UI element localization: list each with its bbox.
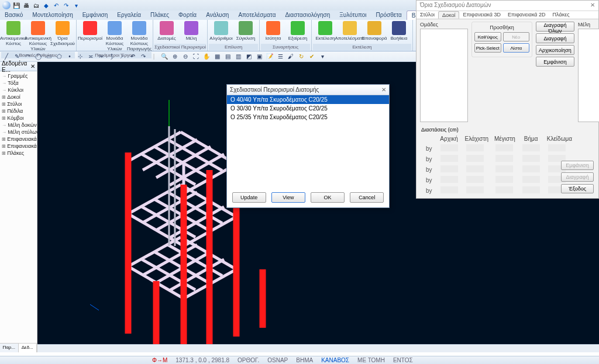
dims-cell[interactable] xyxy=(522,186,540,193)
dims-cell[interactable] xyxy=(440,165,458,172)
ribbon-button[interactable]: Μονάδα Κόστους Παραγωγής xyxy=(127,20,152,52)
tree-node[interactable]: Κόμβοι xyxy=(2,115,35,122)
dialog-list-item[interactable]: O 30/30 Υπ/τα Σκυροδέματος C20/25 xyxy=(227,104,389,113)
side-footer-button[interactable]: Διαγραφή xyxy=(561,172,594,182)
side-action-button[interactable]: Αρχικοποίηση xyxy=(536,45,574,55)
ribbon-button[interactable]: Διατομές xyxy=(154,20,179,44)
ribbon-button[interactable]: Αντικειμενικό Κόστος xyxy=(1,20,26,52)
tool-note-icon[interactable]: 📝 xyxy=(265,53,274,61)
dims-cell[interactable] xyxy=(522,144,540,151)
ribbon-tab[interactable]: Πρόσθετα xyxy=(371,11,407,20)
tree-node[interactable]: Στύλοι xyxy=(2,100,35,108)
tool-check-icon[interactable]: ✔ xyxy=(307,53,316,61)
tree-node[interactable]: Κύκλοι xyxy=(2,86,35,93)
dims-cell[interactable] xyxy=(440,186,458,193)
kath-button[interactable]: Καθ'ύψος xyxy=(474,32,501,41)
tool-cut-icon[interactable]: ✂ xyxy=(97,53,106,61)
tree-node[interactable]: Επιφανειακά xyxy=(2,143,35,150)
side-action-button[interactable]: Εμφάνιση xyxy=(536,57,574,67)
members-listbox[interactable] xyxy=(578,29,599,122)
dims-cell[interactable] xyxy=(495,176,513,183)
dialog-list[interactable]: O 40/40 Υπ/τα Σκυροδέματος C20/25O 30/30… xyxy=(227,95,389,189)
dialog-close-icon[interactable]: ✕ xyxy=(381,86,386,93)
status-item[interactable]: OSNAP xyxy=(267,357,288,363)
dialog-list-item[interactable]: O 25/35 Υπ/τα Σκυροδέματος C20/25 xyxy=(227,113,389,122)
ribbon-button[interactable]: Αντικειμενική Κόστους Υλικών xyxy=(26,20,50,52)
status-item[interactable]: ΕΝΤΟΣ xyxy=(393,357,413,363)
dialog-list-item[interactable]: O 40/40 Υπ/τα Σκυροδέματος C20/25 xyxy=(227,95,389,104)
ribbon-button[interactable]: Σύγκλιση xyxy=(233,20,258,44)
redo-icon[interactable]: ↷ xyxy=(62,1,70,9)
ribbon-tab[interactable]: Διαστασιολόγηση xyxy=(280,11,335,20)
tool-dot-icon[interactable]: • xyxy=(65,53,74,61)
dims-cell[interactable] xyxy=(440,155,458,162)
ribbon-button[interactable]: Ισότητα xyxy=(261,20,285,44)
ribbon-button[interactable]: Αλγόριθμοι xyxy=(209,20,233,44)
side-action-button[interactable]: Διαγραφή Όλων xyxy=(536,22,574,32)
side-dialog-close-icon[interactable]: ✕ xyxy=(590,2,595,9)
dims-cell[interactable] xyxy=(495,144,513,151)
tool-circle-icon[interactable]: ◯ xyxy=(33,53,43,61)
viewport-hscroll[interactable] xyxy=(37,344,599,352)
ribbon-button[interactable]: Μέλη xyxy=(179,20,204,44)
tool-break-icon[interactable]: ≍ xyxy=(86,53,95,61)
ribbon-tab[interactable]: Βασικό xyxy=(0,11,27,20)
dims-cell[interactable] xyxy=(522,165,540,172)
dims-cell[interactable] xyxy=(466,176,484,183)
ribbon-button[interactable]: Επαναφορά xyxy=(362,20,387,44)
tree-node[interactable]: Μέλη δοκών xyxy=(2,122,35,129)
dims-cell[interactable] xyxy=(495,186,513,193)
side-panel-close-icon[interactable]: ✕ xyxy=(30,63,35,70)
tool-zoomout-icon[interactable]: ⊖ xyxy=(181,53,190,61)
dropdown-icon[interactable]: ▾ xyxy=(72,1,80,9)
tool-polyline-icon[interactable]: ✎ xyxy=(12,53,22,61)
list-button[interactable]: Λίστα xyxy=(503,43,530,53)
dims-cell[interactable] xyxy=(495,165,513,172)
dims-cell[interactable] xyxy=(466,165,484,172)
ribbon-button[interactable]: Μονάδα Κόστους Υλικών xyxy=(102,20,127,52)
ribbon-tab[interactable]: Μοντελοποίηση xyxy=(27,11,77,20)
undo-icon[interactable]: ↶ xyxy=(52,1,60,9)
ribbon-button[interactable]: Περιορισμοί xyxy=(78,20,102,52)
dims-cell[interactable] xyxy=(548,144,566,151)
tree-node[interactable]: Γραμμές xyxy=(2,72,35,79)
side-dialog-tab[interactable]: Επιφανειακά 3D xyxy=(459,11,504,19)
tool-front-icon[interactable]: ▦ xyxy=(212,53,222,61)
ribbon-tab[interactable]: Αποτελέσματα xyxy=(233,11,280,20)
tool-iso-icon[interactable]: ◩ xyxy=(244,53,253,61)
tree-node[interactable]: Πλάκες xyxy=(2,150,35,157)
status-item[interactable]: ΜΕ ΤΟΜΗ xyxy=(357,357,385,363)
tool-zoomin-icon[interactable]: ⊕ xyxy=(170,53,180,61)
dims-cell[interactable] xyxy=(466,155,484,162)
ok-button[interactable]: OK xyxy=(311,192,345,203)
cancel-button[interactable]: Cancel xyxy=(350,192,384,203)
tree-node[interactable]: Τόξα xyxy=(2,79,35,86)
tool-layers-icon[interactable]: ☰ xyxy=(276,53,285,61)
ribbon-button[interactable]: Εκτέλεση xyxy=(313,20,338,44)
ribbon-button[interactable]: Αποτελέσματα xyxy=(338,20,362,44)
ribbon-tab[interactable]: Πλάκες xyxy=(146,11,174,20)
dims-cell[interactable] xyxy=(466,144,484,151)
pick-select-button[interactable]: Pick-Select xyxy=(474,43,501,53)
app-orb-icon[interactable] xyxy=(2,1,11,9)
ribbon-tab[interactable]: Ξυλότυποι xyxy=(335,11,371,20)
ribbon-tab[interactable]: Ανάλυση xyxy=(201,11,233,20)
ribbon-button[interactable]: Όρια Σχεδιασμού xyxy=(50,20,75,52)
tool-side-icon[interactable]: ▤ xyxy=(223,53,232,61)
tree-node[interactable]: Δοκοί xyxy=(2,93,35,100)
tool-pan-icon[interactable]: ✋ xyxy=(202,53,211,61)
side-action-button[interactable]: Διαγραφή xyxy=(536,33,574,43)
status-item[interactable]: ΒΗΜΑ xyxy=(296,357,313,363)
ribbon-button[interactable]: Βοήθεια xyxy=(387,20,411,44)
side-footer-button[interactable]: Εμφάνιση xyxy=(561,161,594,170)
tool-down-icon[interactable]: ▾ xyxy=(318,53,327,61)
tool-trim-icon[interactable]: ⟋ xyxy=(118,53,127,61)
tool-arc2-icon[interactable]: ⟆ xyxy=(107,53,116,61)
dims-cell[interactable] xyxy=(440,144,458,151)
tree-node[interactable]: Επιφανειακά 2 xyxy=(2,136,35,143)
dims-cell[interactable] xyxy=(440,176,458,183)
layers-icon[interactable]: 🗂 xyxy=(32,1,40,9)
side-footer-button[interactable]: Έξοδος xyxy=(561,184,594,193)
dims-cell[interactable] xyxy=(466,186,484,193)
update-button[interactable]: Update xyxy=(232,192,266,203)
